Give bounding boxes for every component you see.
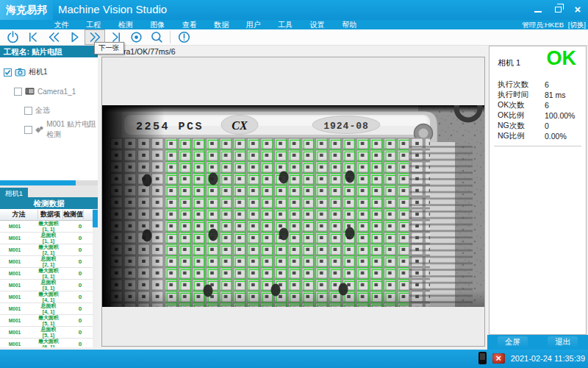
table-row[interactable]: M001 最大面积 [2, 1] 0 (0, 244, 93, 256)
menu-item[interactable]: 文件 (46, 20, 78, 30)
project-name-header: 工程名: 贴片电阻 (0, 46, 98, 57)
menu-item[interactable]: 用户 (237, 20, 270, 30)
stat-label: OK次数 (498, 100, 545, 110)
detection-overlay-grid (165, 139, 409, 307)
horizontal-scrollbar-thumb[interactable] (0, 180, 76, 185)
statistics-panel: 相机 1 OK 执行次数 6 执行时间 81 ms OK次数 6 (489, 46, 587, 335)
cell-data-item: 总面积 [3, 1] (29, 280, 68, 291)
info-button[interactable] (173, 29, 194, 45)
device-status-icon[interactable] (478, 352, 487, 364)
camera1-checkbox[interactable] (4, 68, 12, 77)
gears-icon (35, 125, 43, 134)
status-right-area: 2021-02-24 11:35:39 (478, 352, 585, 364)
cell-method: M001 (0, 247, 29, 252)
fast-backward-icon (47, 30, 61, 44)
cell-item-name: 总面积 (29, 327, 68, 333)
cell-method: M001 (0, 236, 29, 241)
column-header: 数据项 (38, 210, 63, 219)
table-row[interactable]: M001 最大面积 [3, 1] 0 (0, 268, 93, 280)
tree-item-module-m001[interactable]: M001 贴片电阻检测 (0, 120, 98, 139)
image-display-area[interactable]: 2254 PCS CX 1924-08 (101, 57, 485, 347)
footer-button-bar: 全屏 退出 (487, 335, 588, 350)
table-row[interactable]: M001 最大面积 [5, 1] 0 (0, 315, 93, 327)
status-bar: 2021-02-24 11:35:39 (0, 350, 588, 368)
menu-item[interactable]: 设置 (301, 20, 334, 30)
cell-method: M001 (0, 330, 29, 335)
table-row[interactable]: M001 最大面积 [1, 1] 0 (0, 221, 93, 233)
cell-item-index: [4, 1] (29, 309, 68, 315)
admin-label: 管理员:HKEB (522, 21, 564, 29)
stats-separator (494, 146, 581, 146)
camera-tab-strip: 相机1 (0, 185, 98, 197)
minimize-button[interactable] (531, 2, 545, 15)
live-capture-button[interactable] (126, 29, 146, 45)
run-button[interactable] (64, 29, 85, 45)
menu-bar: 文件工程检测图像查看数据用户工具设置帮助 管理员:HKEB [切换] (0, 20, 588, 29)
cell-item-index: [2, 1] (29, 262, 68, 268)
menu-item[interactable]: 帮助 (334, 20, 366, 30)
menu-item[interactable]: 工程 (78, 20, 110, 30)
info-icon (177, 30, 191, 44)
table-row[interactable]: M001 最大面积 [4, 1] 0 (0, 291, 93, 303)
menu-item[interactable]: 图像 (142, 20, 174, 30)
table-row[interactable]: M001 总面积 [2, 1] 0 (0, 256, 93, 268)
next-image-tooltip: 下一张 (94, 42, 124, 54)
table-row[interactable]: M001 总面积 [3, 1] 0 (0, 280, 93, 291)
close-icon: × (575, 4, 581, 15)
cell-method: M001 (0, 283, 29, 288)
stat-row: OK次数 6 (498, 100, 580, 110)
cell-value: 0 (68, 305, 93, 312)
stat-row: 执行次数 6 (498, 79, 580, 90)
tray-batch-code: 1924-08 (323, 121, 369, 132)
cell-value: 0 (68, 329, 93, 336)
stat-row: 执行时间 81 ms (498, 90, 580, 100)
fullscreen-button[interactable]: 全屏 (498, 336, 528, 348)
restore-button[interactable] (551, 2, 564, 15)
cell-item-index: [1, 1] (29, 238, 68, 244)
cell-value: 0 (68, 294, 93, 300)
menu-item[interactable]: 检测 (110, 20, 142, 30)
stat-value: 100.00% (545, 111, 575, 120)
zoom-button[interactable] (146, 29, 167, 45)
image-source-icon (25, 88, 35, 95)
tree-item-select-all[interactable]: 全选 (0, 101, 98, 120)
tree-item-camera1-1[interactable]: Camera1_1 (0, 82, 98, 101)
close-button[interactable]: × (571, 2, 584, 15)
result-status: OK (547, 47, 577, 70)
previous-image-button[interactable] (43, 29, 64, 45)
cell-item-index: [4, 1] (29, 297, 68, 303)
table-row[interactable]: M001 最大面积 [6, 1] 0 (0, 339, 93, 347)
cell-item-index: [2, 1] (29, 250, 68, 256)
table-scrollbar-thumb[interactable] (93, 210, 98, 227)
connection-error-icon[interactable] (492, 353, 505, 364)
menu-item[interactable]: 查看 (173, 20, 206, 30)
tree-label-camera1: 相机1 (29, 67, 48, 77)
m001-checkbox[interactable] (24, 126, 32, 134)
minimize-icon (534, 11, 542, 13)
cell-item-name: 最大面积 (29, 339, 68, 344)
camera1-1-checkbox[interactable] (14, 88, 22, 96)
tray-logo: CX (232, 119, 248, 132)
tree-item-camera1[interactable]: 相机1 (0, 63, 98, 82)
cell-value: 0 (68, 317, 93, 324)
table-row[interactable]: M001 总面积 [5, 1] 0 (0, 327, 93, 339)
power-button[interactable] (2, 29, 23, 45)
cell-method: M001 (0, 342, 29, 347)
tool-bar (0, 29, 588, 46)
menu-item[interactable]: 数据 (206, 20, 238, 30)
app-title: Machine Vision Studio (58, 3, 167, 15)
table-row[interactable]: M001 总面积 [4, 1] 0 (0, 303, 93, 315)
menu-item[interactable]: 工具 (270, 20, 302, 30)
cell-value: 0 (68, 247, 93, 253)
switch-user-link[interactable]: [切换] (568, 21, 586, 29)
cell-data-item: 最大面积 [4, 1] (29, 291, 68, 302)
power-icon (6, 30, 20, 44)
cell-data-item: 总面积 [1, 1] (29, 233, 68, 244)
table-row[interactable]: M001 总面积 [1, 1] 0 (0, 233, 93, 244)
first-image-button[interactable] (23, 29, 43, 45)
exit-button[interactable]: 退出 (548, 336, 578, 348)
select-all-checkbox[interactable] (24, 107, 32, 115)
cell-item-name: 最大面积 (29, 268, 68, 274)
table-body: M001 最大面积 [1, 1] 0 M001 总面积 [1, 1] 0 (0, 221, 93, 347)
stat-label: 执行次数 (498, 79, 545, 90)
